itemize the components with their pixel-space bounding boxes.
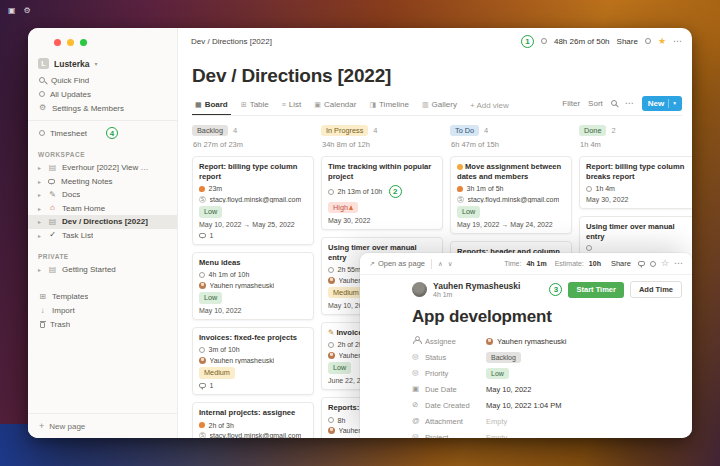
new-button[interactable]: New ▾ [642,96,682,111]
next-record-icon[interactable]: ∨ [448,260,453,268]
kanban-card[interactable]: Time tracking within popular project2h 1… [321,156,443,230]
sidebar-item-settings-members[interactable]: ⚙Settings & Members [28,101,177,115]
tab-calendar[interactable]: ▣Calendar [311,98,359,115]
more-options-icon[interactable]: ⋯ [673,37,682,46]
comment-icon [199,383,206,388]
expand-toggle-icon[interactable]: ▸ [38,218,43,225]
property-label: Project [425,433,486,438]
card-time-row[interactable]: 1h 4m [586,185,692,192]
card-time-row[interactable]: 4h 1m of 10h [199,271,307,278]
view-options-icon[interactable]: ⋯ [625,99,634,108]
tab-timeline[interactable]: ◨Timeline [366,98,412,115]
search-icon[interactable] [611,100,617,106]
sidebar-item-label: Getting Started [62,265,116,274]
card-time: 2h 13m of 10h [338,188,383,195]
property-value[interactable]: Empty [486,433,507,438]
card-time-row[interactable]: 23m [199,185,307,192]
column-status-badge[interactable]: Done [579,125,606,136]
property-value[interactable]: May 10, 2022 1:04 PM [486,401,561,410]
sidebar-item-dev-directions-2022[interactable]: ▸▤Dev / Directions [2022] [28,215,177,229]
add-time-button[interactable]: Add Time [630,281,682,298]
breadcrumb[interactable]: Dev / Directions [2022] [191,37,272,46]
tab-gallery[interactable]: ▥Gallery [419,98,460,115]
add-view-button[interactable]: + Add view [467,99,512,115]
prev-record-icon[interactable]: ∧ [438,260,443,268]
close-window-button[interactable] [54,39,61,46]
kanban-card[interactable]: Invoices: fixed-fee projects3m of 10hYau… [192,327,314,395]
sidebar-item-label: Meeting Notes [61,177,113,186]
property-value[interactable]: Yauhen rymasheuski [486,337,566,346]
avatar [199,357,206,364]
expand-toggle-icon[interactable]: ▸ [38,164,43,171]
expand-toggle-icon[interactable]: ▸ [38,178,43,185]
sidebar-item-task-list[interactable]: ▸✓Task List [28,229,177,243]
priority-badge: Low [486,368,509,379]
kanban-column-backlog: Backlog46h 27m of 23mReport: billing typ… [192,125,314,438]
tab-list[interactable]: ≡List [279,98,305,115]
favorite-star-outline-icon[interactable]: ☆ [661,259,669,268]
sidebar-item-docs[interactable]: ▸✎Docs [28,188,177,202]
more-options-icon[interactable]: ⋯ [674,259,683,268]
kanban-card[interactable]: Report: billing type column report23mSst… [192,156,314,245]
sidebar-item-import[interactable]: ↓Import [28,304,177,318]
card-time-row[interactable]: 3h 1m of 5h [457,185,565,192]
sidebar-item-team-home[interactable]: ▸⌂Team Home [28,202,177,216]
column-status-badge[interactable]: In Progress [321,125,368,136]
sidebar-item-everhour-2022-view[interactable]: ▸▤Everhour [2022] View … [28,161,177,175]
card-time-row[interactable] [586,245,692,251]
gear-icon[interactable]: ⚙ [24,6,31,15]
sidebar-item-templates[interactable]: ⊞Templates [28,290,177,304]
kanban-card[interactable]: Move assignment between dates and member… [450,156,572,234]
display-icon[interactable]: ▣ [8,6,16,15]
kanban-card[interactable]: Internal projects: assignee2h of 3hSstac… [192,402,314,438]
avatar [328,352,335,359]
estimate-value[interactable]: 10h [589,260,601,267]
card-time-row[interactable]: 2h 13m of 10h2 [328,185,436,198]
zoom-window-button[interactable] [80,39,87,46]
expand-toggle-icon[interactable]: ▸ [38,205,43,212]
sort-button[interactable]: Sort [588,99,603,108]
minimize-window-button[interactable] [67,39,74,46]
filter-button[interactable]: Filter [562,99,580,108]
sidebar-item-label: Templates [52,292,88,301]
property-value[interactable]: May 10, 2022 [486,385,531,394]
tab-board[interactable]: ▦Board [192,98,231,115]
card-time: 1h 4m [596,185,615,192]
sidebar-item-meeting-notes[interactable]: ▸Meeting Notes [28,175,177,189]
expand-toggle-icon[interactable]: ▸ [38,232,43,239]
modal-share-button[interactable]: Share [611,259,631,268]
column-status-badge[interactable]: Backlog [192,125,228,136]
time-value[interactable]: 4h 1m [526,260,546,267]
open-as-page-button[interactable]: ↗ Open as page [369,259,425,268]
everhour-timer-icon[interactable] [541,38,547,44]
comments-icon[interactable] [638,261,645,266]
sidebar-item-all-updates[interactable]: All Updates [28,87,177,101]
expand-toggle-icon[interactable]: ▸ [38,266,43,273]
chevron-down-icon: ▾ [673,100,676,107]
card-time-row[interactable]: 3m of 10h [199,346,307,353]
property-value[interactable]: Empty [486,417,507,426]
sidebar-item-getting-started[interactable]: ▸▤Getting Started [28,263,177,277]
kanban-card[interactable]: Report: billing type column breaks repor… [579,156,692,209]
sidebar-item-timesheet[interactable]: Timesheet 4 [28,126,177,140]
priority-icon: ◎ [412,368,419,377]
kanban-card[interactable]: Menu ideas4h 1m of 10hYauhen rymasheuski… [192,252,314,320]
updates-clock-icon[interactable] [645,38,651,44]
new-page-button[interactable]: + New page [28,413,177,438]
updates-clock-icon[interactable] [650,261,656,267]
card-time: 3h 1m of 5h [467,185,504,192]
start-timer-button[interactable]: Start Timer [568,282,623,298]
tab-table[interactable]: ⊞Table [238,98,272,115]
property-label: Priority [425,369,486,378]
property-value[interactable]: Low [486,368,509,379]
page-time-summary[interactable]: 48h 26m of 50h [554,37,610,46]
property-value[interactable]: Backlog [486,352,521,363]
workspace-switcher[interactable]: L Lusterka ▾ [28,54,177,73]
card-time-row[interactable]: 2h of 3h [199,422,307,429]
sidebar-item-quick-find[interactable]: Quick Find [28,73,177,87]
share-button[interactable]: Share [617,37,638,46]
column-status-badge[interactable]: To Do [450,125,479,136]
sidebar-item-trash[interactable]: Trash [28,318,177,332]
favorite-star-icon[interactable]: ★ [658,37,666,46]
expand-toggle-icon[interactable]: ▸ [38,191,43,198]
